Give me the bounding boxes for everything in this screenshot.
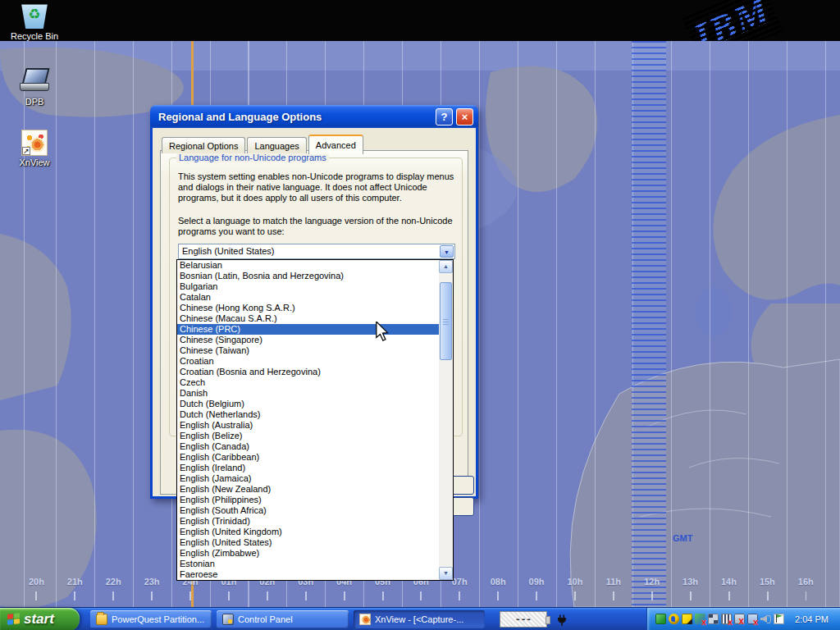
display-blocked-icon[interactable] (747, 614, 758, 624)
language-option[interactable]: English (Belize) (177, 431, 439, 441)
taskbar-task-button[interactable]: Control Panel (217, 610, 349, 628)
help-button[interactable]: ? (436, 108, 453, 126)
ibm-logo: IBM (687, 0, 777, 41)
tab[interactable]: Regional Options (162, 137, 245, 153)
volume-icon[interactable] (760, 614, 771, 624)
language-option[interactable]: English (Philippines) (177, 495, 439, 505)
language-option[interactable]: English (Australia) (177, 420, 439, 431)
scroll-up-icon[interactable]: ▲ (439, 260, 453, 273)
language-option[interactable]: English (Jamaica) (177, 473, 439, 484)
language-option-label: English (Philippines) (180, 495, 262, 504)
hour-label: 11h (594, 577, 632, 587)
network-icon[interactable] (708, 614, 719, 624)
desktop-icon-recycle-bin[interactable]: ♻ Recycle Bin (8, 2, 61, 41)
date-line-hatched-band (632, 41, 666, 607)
scrollbar-thumb[interactable] (440, 282, 452, 360)
recycle-bin-icon: ♻ (20, 2, 49, 30)
xnview-icon: ↗ (21, 130, 48, 156)
desktop-icon-label: XnView (8, 158, 61, 167)
control-panel-icon (222, 614, 234, 625)
task-label: XnView - [<Capture-... (375, 614, 463, 624)
language-option[interactable]: English (South Africa) (177, 505, 439, 516)
tray-clock: 2:04 PM (787, 614, 835, 624)
start-button[interactable]: start (0, 608, 80, 630)
language-option-label: Croatian (Bosnia and Herzegovina) (180, 367, 321, 377)
folder-icon (96, 614, 107, 625)
tab[interactable]: Languages (247, 137, 306, 153)
language-option-label: English (Ireland) (180, 463, 245, 472)
shortcut-arrow-icon: ↗ (22, 147, 30, 155)
update-icon[interactable] (682, 614, 692, 624)
recycle-arrows-icon: ♻ (20, 7, 49, 21)
language-items: BelarusianBosnian (Latin, Bosnia and Her… (177, 260, 439, 580)
desktop-icon-xnview[interactable]: ↗ XnView (8, 130, 61, 167)
language-option[interactable]: Chinese (Taiwan) (177, 345, 439, 356)
taskbar-task-button[interactable]: XnView - [<Capture-... (354, 610, 485, 628)
language-option-label: Dutch (Belgium) (180, 399, 244, 409)
language-option[interactable]: English (United States) (177, 537, 439, 548)
language-option[interactable]: Chinese (PRC) (177, 324, 439, 335)
language-option[interactable]: Bulgarian (177, 281, 439, 292)
hour-label: 16h (787, 577, 825, 587)
language-option[interactable]: Dutch (Netherlands) (177, 409, 439, 420)
language-option[interactable]: Catalan (177, 292, 439, 303)
language-option[interactable]: English (Trinidad) (177, 516, 439, 527)
language-option[interactable]: Croatian (177, 356, 439, 367)
dialog-title: Regional and Language Options (150, 111, 436, 123)
language-option[interactable]: Faeroese (177, 569, 439, 580)
users-blocked-icon[interactable] (695, 614, 705, 624)
language-option[interactable]: Chinese (Hong Kong S.A.R.) (177, 303, 439, 313)
hour-label: 15h (748, 577, 787, 587)
chevron-down-icon[interactable]: ▼ (440, 245, 454, 258)
hour-label: 12h (632, 577, 671, 587)
combobox-value: English (United States) (182, 246, 275, 256)
language-option[interactable]: Chinese (Singapore) (177, 335, 439, 345)
scroll-down-icon[interactable]: ▼ (439, 567, 453, 580)
language-option[interactable]: English (New Zealand) (177, 484, 439, 495)
hour-label: 23h (133, 577, 171, 587)
language-option[interactable]: English (Canada) (177, 441, 439, 452)
list-scrollbar[interactable]: ▲ ▼ (439, 260, 453, 580)
groupbox-paragraph-2: Select a language to match the language … (178, 216, 463, 237)
language-option[interactable]: Czech (177, 377, 439, 388)
language-option-label: Bulgarian (180, 281, 217, 291)
dialog-titlebar[interactable]: Regional and Language Options ? × (150, 105, 478, 128)
language-option-label: English (Australia) (180, 420, 253, 430)
language-option[interactable]: English (Caribbean) (177, 452, 439, 463)
taskbar: start PowerQuest Partition...Control Pan… (0, 607, 840, 630)
language-option[interactable]: Chinese (Macau S.A.R.) (177, 313, 439, 324)
taskbar-task-button[interactable]: PowerQuest Partition... (90, 610, 212, 628)
close-button[interactable]: × (456, 108, 473, 126)
graphics-utility-icon[interactable] (655, 614, 666, 624)
language-option[interactable]: English (Ireland) (177, 463, 439, 473)
ac-plug-icon (554, 611, 570, 628)
tab[interactable]: Advanced (308, 135, 363, 154)
language-option[interactable]: English (United Kingdom) (177, 527, 439, 537)
language-option[interactable]: Danish (177, 388, 439, 399)
language-option-label: Dutch (Netherlands) (180, 409, 260, 419)
language-option[interactable]: Bosnian (Latin, Bosnia and Herzegovina) (177, 271, 439, 281)
language-option[interactable]: Croatian (Bosnia and Herzegovina) (177, 367, 439, 377)
tab-label: Advanced (316, 140, 356, 150)
xnview-icon (359, 614, 371, 625)
task-flag-icon[interactable] (774, 614, 784, 624)
language-option-label: English (Zimbabwe) (180, 548, 259, 558)
desktop-icon-dpb[interactable]: DPB (8, 67, 61, 107)
tray-icons (655, 614, 784, 624)
language-option-label: Croatian (180, 356, 214, 366)
language-option[interactable]: Estonian (177, 559, 439, 569)
language-option-label: English (Canada) (180, 441, 249, 451)
language-combobox[interactable]: English (United States) ▼ (178, 244, 455, 259)
language-option-label: English (Jamaica) (180, 473, 251, 483)
signal-blocked-icon[interactable] (721, 614, 732, 624)
language-option-label: English (Belize) (180, 431, 242, 441)
hour-ticks (17, 591, 825, 600)
hour-label: 13h (671, 577, 710, 587)
task-label: Control Panel (238, 614, 293, 624)
language-option[interactable]: Dutch (Belgium) (177, 399, 439, 409)
language-option[interactable]: Belarusian (177, 260, 439, 271)
language-option-label: English (South Africa) (180, 505, 267, 515)
dialer-icon[interactable] (669, 614, 679, 624)
language-option[interactable]: English (Zimbabwe) (177, 548, 439, 559)
device-disabled-icon[interactable] (734, 614, 745, 624)
